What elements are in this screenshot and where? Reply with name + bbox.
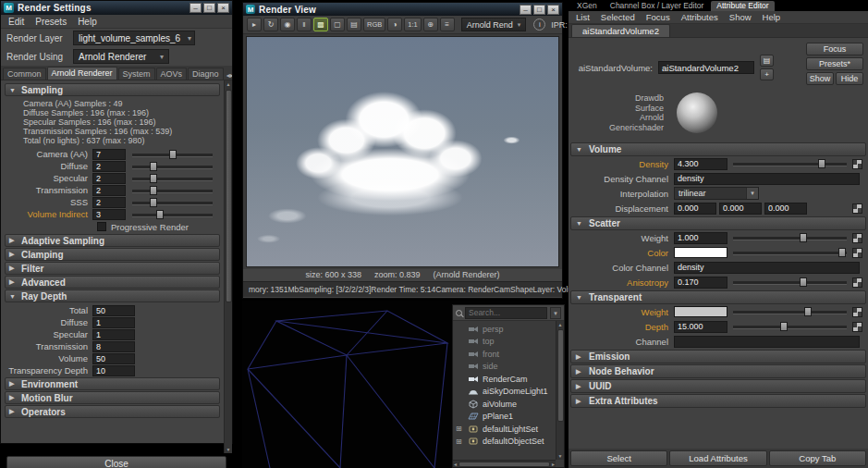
scatter-weight-slider[interactable] <box>733 232 847 244</box>
density-channel-field[interactable] <box>674 173 860 185</box>
anisotropy-field[interactable] <box>674 277 727 289</box>
scatter-weight-map-button[interactable] <box>852 233 862 243</box>
scroll-down-icon[interactable]: ▼ <box>226 446 231 453</box>
density-map-button[interactable] <box>852 159 862 169</box>
maximize-icon[interactable]: □ <box>203 3 215 13</box>
load-attributes-button[interactable]: Load Attributes <box>669 450 766 466</box>
section-sampling[interactable]: ▼ Sampling <box>5 83 220 96</box>
outliner-item-persp[interactable]: persp <box>453 323 556 336</box>
scrollbar-thumb[interactable] <box>557 329 564 422</box>
section-transparent[interactable]: ▼ Transparent <box>570 290 866 304</box>
menu-list[interactable]: List <box>570 12 595 22</box>
density-slider[interactable] <box>733 158 847 170</box>
ray-total-field[interactable] <box>92 305 135 316</box>
specular-field[interactable] <box>92 173 126 184</box>
displacement-y-field[interactable] <box>719 203 762 215</box>
section-uuid[interactable]: ▶ UUID <box>570 379 866 393</box>
tab-attribute-editor[interactable]: Attribute Editor <box>711 1 774 11</box>
transparent-weight-map-button[interactable] <box>852 307 862 317</box>
menu-selected[interactable]: Selected <box>595 12 641 22</box>
pause-ipr-icon[interactable]: ‖ <box>297 18 312 31</box>
alpha-channel-icon[interactable]: ◑ <box>387 18 402 31</box>
section-advanced[interactable]: ▶ Advanced <box>5 276 220 289</box>
slider-handle[interactable] <box>150 162 157 171</box>
maximize-icon[interactable]: □ <box>533 5 545 15</box>
expand-plus-icon[interactable]: ⊞ <box>456 437 464 446</box>
slider-handle[interactable] <box>800 277 807 287</box>
outliner-item-side[interactable]: side <box>453 361 556 374</box>
section-extra-attributes[interactable]: ▶ Extra Attributes <box>570 394 866 408</box>
node-tab-aistandardvolume2[interactable]: aiStandardVolume2 <box>571 24 670 37</box>
scatter-weight-field[interactable] <box>674 232 727 244</box>
info-icon[interactable]: i <box>533 18 545 31</box>
tab-arnold-renderer[interactable]: Arnold Renderer <box>47 67 117 80</box>
focus-button[interactable]: Focus <box>806 43 863 55</box>
select-button[interactable]: Select <box>570 450 667 466</box>
diffuse-field[interactable] <box>92 161 126 172</box>
camera-aa-slider[interactable] <box>132 149 213 160</box>
ray-diffuse-field[interactable] <box>92 317 135 328</box>
slider-handle[interactable] <box>169 150 177 159</box>
options-icon[interactable]: ≡ <box>440 18 455 31</box>
displacement-x-field[interactable] <box>674 203 716 215</box>
node-list-icon[interactable]: ▤ <box>760 55 774 67</box>
zoom-reset-icon[interactable]: ⊕ <box>423 18 438 31</box>
outliner-item-aivolume[interactable]: aiVolume <box>453 398 556 411</box>
close-settings-button[interactable]: Close <box>6 456 226 468</box>
outliner-item-defaultlightset[interactable]: ⊞ defaultLightSet <box>453 423 556 436</box>
slider-handle[interactable] <box>838 248 846 257</box>
settings-scrollbar[interactable]: ▲ ▼ <box>224 80 232 453</box>
menu-focus[interactable]: Focus <box>641 12 676 22</box>
diffuse-slider[interactable] <box>132 161 213 172</box>
save-image-icon[interactable]: ▤ <box>347 18 361 31</box>
minimize-icon[interactable]: – <box>189 3 202 13</box>
menu-attributes[interactable]: Attributes <box>676 12 724 22</box>
open-image-icon[interactable]: ▢ <box>330 18 345 31</box>
region-render-icon[interactable]: ▩ <box>313 18 328 31</box>
anisotropy-map-button[interactable] <box>852 277 862 288</box>
section-filter[interactable]: ▶ Filter <box>5 262 220 275</box>
menu-help[interactable]: Help <box>72 17 103 27</box>
transmission-slider[interactable] <box>132 185 213 196</box>
outliner-item-defaultobjectset[interactable]: ⊞ defaultObjectSet <box>453 436 556 449</box>
outliner-scrollbar[interactable]: ▲ ▼ <box>556 321 564 460</box>
outliner-item-aiskydomelight1[interactable]: aiSkyDomeLight1 <box>453 386 556 399</box>
interpolation-dropdown[interactable]: trilinear ▾ <box>674 187 759 200</box>
ray-specular-field[interactable] <box>92 329 135 340</box>
displacement-map-button[interactable] <box>852 203 862 214</box>
render-view-titlebar[interactable]: M Render View – □ × <box>243 3 562 16</box>
transparent-channel-field[interactable] <box>674 336 860 348</box>
volume-indirect-slider[interactable] <box>132 209 213 220</box>
slider-handle[interactable] <box>150 198 157 207</box>
renderer-select-button[interactable]: Arnold Rend ▾ <box>461 18 527 31</box>
copy-tab-button[interactable]: Copy Tab <box>769 450 866 466</box>
one-to-one-icon[interactable]: 1:1 <box>404 18 421 31</box>
section-scatter[interactable]: ▼ Scatter <box>570 216 866 230</box>
scrollbar-thumb[interactable] <box>458 462 550 467</box>
scroll-right-icon[interactable]: ► <box>551 462 556 467</box>
redo-render-icon[interactable]: ↻ <box>263 18 278 31</box>
material-swatch[interactable] <box>677 92 717 133</box>
outliner-item-top[interactable]: top <box>453 336 556 349</box>
transparent-depth-field[interactable] <box>674 321 727 333</box>
render-settings-titlebar[interactable]: M Render Settings – □ × <box>1 1 232 15</box>
section-ray-depth[interactable]: ▼ Ray Depth <box>5 289 220 302</box>
specular-slider[interactable] <box>132 173 213 184</box>
slider-handle[interactable] <box>150 174 157 183</box>
section-volume[interactable]: ▼ Volume <box>570 142 866 156</box>
scatter-color-map-button[interactable] <box>852 248 862 258</box>
color-channel-field[interactable] <box>674 262 860 274</box>
section-environment[interactable]: ▶ Environment <box>5 377 220 390</box>
expand-plus-icon[interactable]: ⊞ <box>456 425 464 433</box>
pin-node-icon[interactable]: + <box>760 68 774 80</box>
scroll-up-icon[interactable]: ▲ <box>226 80 231 88</box>
scatter-color-swatch[interactable] <box>674 247 727 258</box>
outliner-hscrollbar[interactable]: ◄ ► <box>453 460 556 467</box>
section-operators[interactable]: ▶ Operators <box>5 405 220 418</box>
camera-aa-field[interactable] <box>92 149 126 160</box>
transparency-depth-field[interactable] <box>92 365 135 376</box>
render-icon[interactable]: ▸ <box>247 18 262 31</box>
outliner-item-front[interactable]: front <box>453 348 556 361</box>
sss-slider[interactable] <box>132 197 213 208</box>
tab-aovs[interactable]: AOVs <box>156 68 188 80</box>
